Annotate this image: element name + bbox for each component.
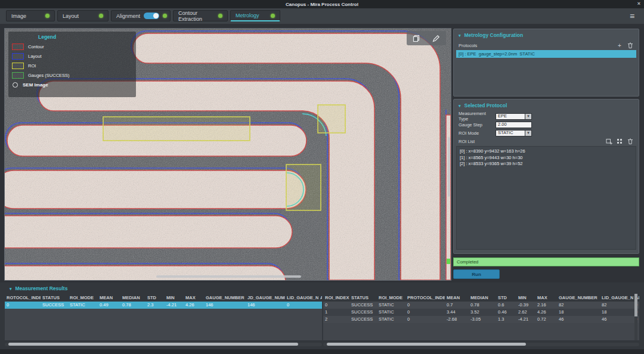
table-cell: 0.78 — [120, 302, 145, 309]
table-cell[interactable]: STATUS — [41, 294, 68, 302]
table-cell[interactable]: MEDIAN — [120, 294, 145, 302]
module-tabbar: Image Layout Alignment Contour Extractio… — [0, 8, 644, 24]
table-cell: 46 — [600, 316, 633, 323]
roi-grid-button[interactable] — [616, 138, 623, 145]
gauge-step-input[interactable]: 2.00 — [496, 122, 532, 128]
table-cell[interactable]: MAX — [535, 294, 557, 302]
tab-image[interactable]: Image — [6, 10, 55, 21]
add-roi-button[interactable] — [605, 138, 612, 145]
table-row[interactable]: 0SUCCESSSTATIC00.70.780.6-0.392.1682820 — [323, 302, 639, 309]
right-table-vscroll[interactable] — [634, 294, 637, 340]
roi-swatch — [12, 63, 24, 69]
table-cell: -4.21 — [165, 302, 184, 309]
table-cell: 146 — [204, 302, 246, 309]
table-cell[interactable]: ROTOCOL_INDE ▲ — [5, 294, 41, 302]
viewer-horizontal-scrollbar[interactable] — [156, 275, 301, 278]
table-cell[interactable]: STD — [145, 294, 165, 302]
table-cell[interactable]: JD_GAUGE_NUMI — [246, 294, 285, 302]
table-cell[interactable]: A — [318, 294, 322, 302]
delete-protocol-button[interactable] — [627, 42, 634, 49]
status-dot — [163, 14, 167, 18]
chevron-down-icon: ▾ — [459, 33, 461, 38]
metrology-configuration-title[interactable]: ▾Metrology Configuration — [454, 29, 639, 38]
edit-roi-button[interactable] — [430, 33, 443, 44]
table-cell[interactable]: MIN — [165, 294, 184, 302]
table-cell: SUCCESS — [349, 309, 377, 316]
table-cell[interactable]: STATUS — [349, 294, 377, 302]
legend-sem-image-row[interactable]: SEM Image — [12, 80, 132, 89]
left-table-hscroll-track[interactable] — [5, 343, 322, 346]
table-cell[interactable]: GAUGE_NUMBER — [204, 294, 246, 302]
roi-list-item[interactable]: [2] : x=8533 y=9365 w=39 h=52 — [460, 161, 636, 167]
right-table-vscroll-thumb[interactable] — [634, 294, 637, 316]
table-cell[interactable]: ROI_MODE — [68, 294, 98, 302]
measurement-type-label: Measurement Type — [459, 111, 496, 122]
table-cell: 0.49 — [98, 302, 120, 309]
table-cell: 0.46 — [496, 309, 516, 316]
table-cell[interactable]: MIN — [516, 294, 535, 302]
table-cell[interactable]: PROTOCOL_INDEX — [405, 294, 445, 302]
table-header-row: ROI_INDEX ▲STATUSROI_MODEPROTOCOL_INDEXM… — [323, 294, 639, 302]
left-table-hscroll-thumb[interactable] — [8, 343, 298, 346]
legend-label: Contour — [28, 44, 44, 49]
add-protocol-button[interactable]: + — [616, 42, 623, 49]
measurement-type-select[interactable]: EPE — [496, 113, 525, 120]
contour-swatch — [12, 44, 24, 50]
right-table-hscroll-track[interactable] — [323, 343, 639, 346]
roi-list-item[interactable]: [0] : x=8390 y=9432 w=163 h=26 — [460, 148, 636, 155]
delete-roi-button[interactable] — [627, 138, 634, 145]
table-cell: 146 — [246, 302, 285, 309]
table-cell[interactable]: LID_GAUGE_NUM — [285, 294, 318, 302]
measurement-results-title[interactable]: ▾Measurement Results — [10, 285, 67, 291]
gauge-step-label: Gauge Step — [459, 122, 496, 128]
roi-results-table: ROI_INDEX ▲STATUSROI_MODEPROTOCOL_INDEXM… — [323, 294, 639, 340]
alignment-toggle[interactable] — [144, 13, 159, 19]
table-cell[interactable]: MEAN — [445, 294, 469, 302]
viewer-vertical-scrollbar[interactable] — [448, 137, 450, 197]
window-titlebar: Canopus - Mira Process Control × — [0, 0, 644, 8]
right-table-hscroll-thumb[interactable] — [327, 343, 526, 346]
table-row[interactable]: 1SUCCESSSTATIC03.443.520.462.624.2618180 — [323, 309, 639, 316]
tab-alignment[interactable]: Alignment — [111, 10, 171, 21]
table-cell[interactable]: ROI_INDEX ▲ — [323, 294, 349, 302]
table-row[interactable]: 2SUCCESSSTATIC0-2.68-3.051.3-4.210.72464… — [323, 316, 639, 323]
roi-list[interactable]: [0] : x=8390 y=9432 w=163 h=26 [1] : x=8… — [456, 146, 636, 250]
copy-icon — [413, 35, 420, 42]
table-cell[interactable]: MEDIAN — [469, 294, 496, 302]
legend-item-roi: ROI — [12, 61, 132, 70]
roi-mode-select[interactable]: STATIC — [496, 130, 525, 136]
table-cell — [318, 302, 322, 309]
copy-view-button[interactable] — [410, 33, 423, 44]
table-cell[interactable]: LID_GAUGE_NUMB — [600, 294, 633, 302]
table-row[interactable]: 0SUCCESSSTATIC0.490.782.3-4.214.26146146… — [5, 302, 322, 309]
table-cell[interactable]: MAX — [184, 294, 204, 302]
run-button[interactable]: Run — [453, 269, 500, 279]
protocols-label: Protocols — [459, 43, 477, 48]
tab-label: Metrology — [236, 13, 259, 18]
gauges-swatch — [12, 72, 24, 79]
status-dot — [218, 14, 222, 18]
table-cell[interactable]: STD — [496, 294, 516, 302]
table-cell: STATIC — [68, 302, 98, 309]
tab-metrology[interactable]: Metrology — [230, 10, 280, 21]
selected-protocol-title[interactable]: ▾Selected Protocol — [454, 100, 639, 108]
radio-icon — [13, 82, 18, 88]
roi-list-label: ROI List — [459, 139, 475, 144]
dropdown-arrow-icon[interactable]: ▼ — [525, 113, 532, 120]
dropdown-arrow-icon[interactable]: ▼ — [525, 130, 532, 136]
tab-contour-extraction[interactable]: Contour Extraction — [173, 10, 228, 21]
legend-item-contour: Contour — [12, 42, 132, 51]
protocol-list-item[interactable]: [0] : EPE gauge_step=2.0nm STATIC — [456, 50, 636, 58]
close-button[interactable]: × — [637, 1, 640, 7]
tab-layout[interactable]: Layout — [57, 10, 109, 21]
table-cell: STATIC — [377, 302, 405, 309]
table-cell[interactable]: ROI_MODE — [377, 294, 405, 302]
roi-list-item[interactable]: [1] : x=8565 y=9443 w=30 h=30 — [460, 155, 636, 162]
viewer-legend: Legend Contour Layout ROI Gauges (SUCCES… — [8, 32, 136, 97]
sem-image-viewport[interactable]: Legend Contour Layout ROI Gauges (SUCCES… — [5, 29, 451, 280]
table-cell: -4.21 — [516, 316, 535, 323]
table-cell[interactable]: MEAN — [98, 294, 120, 302]
menu-icon[interactable]: ≡ — [626, 11, 638, 21]
table-cell[interactable]: GAUGE_NUMBER — [557, 294, 600, 302]
table-cell: SUCCESS — [41, 302, 68, 309]
